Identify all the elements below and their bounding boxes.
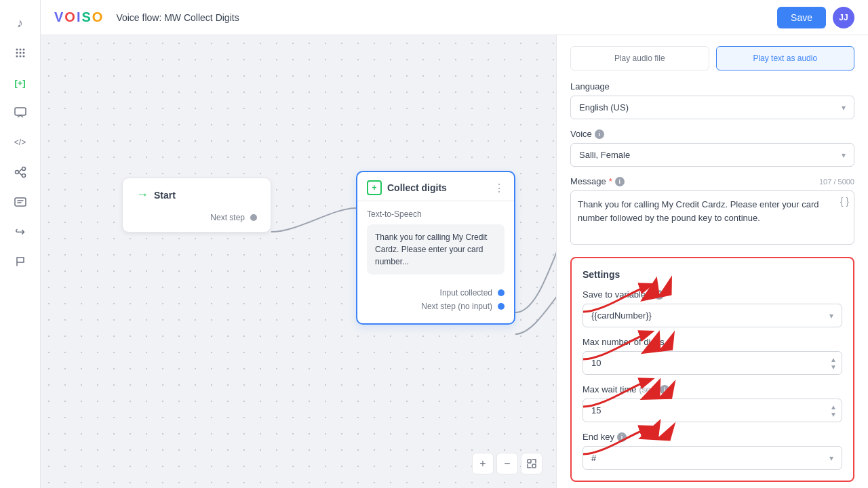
settings-title: Settings [583, 269, 842, 280]
save-variable-chevron: ▾ [829, 311, 833, 321]
save-button[interactable]: Save [777, 7, 826, 28]
svg-rect-9 [15, 108, 26, 115]
max-wait-wrap: ▲ ▼ [583, 399, 842, 422]
svg-point-5 [22, 52, 24, 54]
header-title: Voice flow: MW Collect Digits [116, 12, 239, 23]
plus-bracket-icon[interactable]: [+] [8, 70, 33, 95]
language-value: English (US) [579, 102, 629, 113]
message-label: Message * i 107 / 5000 [570, 176, 854, 186]
branch-icon[interactable] [8, 160, 33, 184]
start-node: → Start Next step [122, 178, 271, 232]
end-key-select[interactable]: # ▾ [583, 446, 842, 470]
max-wait-input[interactable] [583, 399, 842, 422]
max-digits-up[interactable]: ▲ [830, 356, 837, 363]
start-arrow-icon: → [136, 188, 149, 202]
header: V O I S O Voice flow: MW Collect Digits … [41, 0, 868, 35]
logo: V O I S O [54, 9, 102, 25]
logo-s: S [81, 9, 90, 25]
max-digits-input[interactable] [583, 351, 842, 375]
variable-insert-button[interactable]: { } [840, 196, 849, 207]
language-chevron: ▾ [842, 103, 846, 113]
audio-row: Play audio file Play text as audio [570, 46, 854, 70]
svg-point-0 [16, 49, 18, 51]
logo-i: I [77, 9, 81, 25]
canvas[interactable]: → Start Next step + Collect digits ⋮ [41, 35, 556, 488]
max-wait-spinner: ▲ ▼ [830, 403, 837, 418]
zoom-out-button[interactable]: − [496, 453, 518, 474]
no-input-label: Next step (no input) [421, 302, 492, 311]
output-row-2: Next step (no input) [367, 302, 505, 311]
header-right: Save JJ [777, 7, 854, 28]
header-left: V O I S O Voice flow: MW Collect Digits [54, 9, 239, 25]
collect-icon: + [367, 180, 382, 195]
collect-node-header: + Collect digits ⋮ [357, 172, 514, 201]
save-variable-value: {{cardNumber}} [591, 310, 652, 321]
zoom-in-button[interactable]: + [472, 453, 494, 474]
input-collected-label: Input collected [440, 288, 492, 298]
language-select[interactable]: English (US) ▾ [570, 96, 854, 119]
fit-button[interactable] [521, 453, 542, 474]
content-area: → Start Next step + Collect digits ⋮ [41, 35, 868, 488]
voice-select[interactable]: Salli, Female ▾ [570, 143, 854, 167]
message-icon[interactable] [8, 190, 33, 214]
panel-audio-section: Play audio file Play text as audio Langu… [557, 35, 868, 488]
save-variable-select[interactable]: {{cardNumber}} ▾ [583, 304, 842, 327]
voice-label: Voice i [570, 129, 854, 139]
voice-value: Salli, Female [579, 150, 630, 160]
svg-point-7 [19, 56, 21, 58]
svg-point-6 [16, 56, 18, 58]
next-step-connector [250, 214, 257, 221]
input-collected-connector [498, 289, 505, 296]
message-wrap: { } [570, 190, 854, 247]
message-counter: 107 / 5000 [819, 178, 854, 186]
max-wait-unit: (sec) [639, 385, 657, 394]
svg-point-10 [15, 171, 18, 174]
logo-o1: O [64, 9, 75, 25]
message-info-icon[interactable]: i [615, 177, 625, 186]
collect-node-footer: Input collected Next step (no input) [357, 283, 514, 323]
play-audio-file-button[interactable]: Play audio file [570, 46, 709, 70]
grid-icon[interactable] [8, 41, 33, 65]
max-wait-down[interactable]: ▼ [830, 411, 837, 418]
max-wait-info-icon[interactable]: i [660, 385, 669, 394]
svg-rect-14 [528, 460, 531, 463]
next-step-label: Next step [210, 213, 245, 222]
max-digits-down[interactable]: ▼ [830, 363, 837, 370]
svg-point-8 [22, 56, 24, 58]
end-key-chevron: ▾ [829, 453, 833, 463]
voice-chevron: ▾ [842, 150, 846, 160]
collect-node-title: + Collect digits [367, 180, 447, 195]
save-to-variable-label: Save to variable * i [583, 289, 842, 300]
collect-title-text: Collect digits [387, 182, 447, 193]
settings-section: Settings Save to variable * i {{cardNumb… [570, 257, 854, 482]
tts-label: Text-to-Speech [367, 209, 505, 219]
voice-info-icon[interactable]: i [595, 129, 604, 139]
logo-v: V [54, 9, 63, 25]
play-text-as-audio-button[interactable]: Play text as audio [716, 46, 855, 70]
max-digits-wrap: ▲ ▼ [583, 351, 842, 375]
flag-icon[interactable] [8, 249, 33, 274]
node-menu-icon[interactable]: ⋮ [494, 182, 505, 195]
end-key-info-icon[interactable]: i [617, 432, 627, 442]
svg-rect-15 [532, 464, 536, 468]
svg-point-4 [19, 52, 21, 54]
svg-point-3 [16, 52, 18, 54]
music-icon[interactable]: ♪ [8, 11, 33, 35]
max-digits-spinner: ▲ ▼ [830, 356, 837, 370]
chat-bubble-icon[interactable] [8, 100, 33, 125]
max-digits-label: Max number of digits [583, 337, 842, 347]
output-row-1: Input collected [367, 288, 505, 298]
message-textarea[interactable] [570, 190, 854, 245]
code-icon[interactable]: </> [8, 130, 33, 155]
avatar: JJ [833, 7, 854, 28]
next-step-row: Next step [136, 213, 257, 222]
forward-icon[interactable]: ↪ [8, 220, 33, 244]
no-input-connector [498, 303, 505, 310]
svg-point-12 [22, 174, 25, 178]
svg-point-1 [19, 49, 21, 51]
save-variable-info-icon[interactable]: i [654, 290, 664, 300]
max-wait-up[interactable]: ▲ [830, 403, 837, 410]
language-label: Language [570, 81, 854, 92]
collect-node[interactable]: + Collect digits ⋮ Text-to-Speech Thank … [356, 171, 515, 325]
svg-point-11 [22, 167, 25, 171]
